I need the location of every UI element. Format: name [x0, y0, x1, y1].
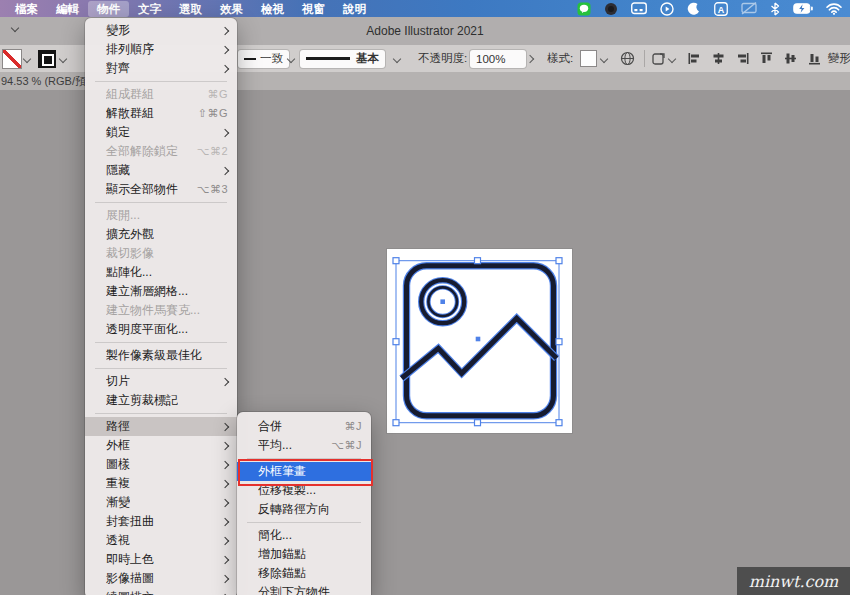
watermark-text: minwt.com — [749, 572, 839, 591]
menu-item[interactable]: 影像描圖 — [85, 569, 237, 588]
moon-icon[interactable] — [687, 1, 701, 16]
menu-item-label: 即時上色 — [106, 551, 154, 568]
menu-item[interactable]: 製作像素級最佳化 — [85, 346, 237, 365]
menu-item[interactable]: 圖樣 — [85, 455, 237, 474]
menu-item[interactable]: 組成群組⌘G — [85, 85, 237, 104]
fill-swatch-chevron[interactable] — [24, 45, 30, 72]
align-center-h-icon[interactable] — [712, 45, 725, 72]
menubar-item[interactable]: 說明 — [334, 1, 375, 17]
menubar-item[interactable]: 檔案 — [6, 1, 47, 17]
menu-item[interactable]: 隱藏 — [85, 161, 237, 180]
menu-item[interactable]: 平均...⌥⌘J — [237, 436, 371, 455]
menu-item[interactable]: 合併⌘J — [237, 417, 371, 436]
submenu-arrow-icon — [221, 422, 229, 430]
menu-item[interactable]: 即時上色 — [85, 550, 237, 569]
menu-item-label: 組成群組 — [106, 86, 154, 103]
menubar-item[interactable]: 文字 — [129, 1, 170, 17]
zoom-and-colormode: 94.53 % (RGB/預 — [0, 75, 86, 87]
menu-item[interactable]: 分割下方物件 — [237, 583, 371, 595]
profile-value: 一致 — [260, 51, 283, 66]
menubar-item[interactable]: 效果 — [211, 1, 252, 17]
menubar-item[interactable]: 選取 — [170, 1, 211, 17]
menu-item[interactable]: 展開... — [85, 206, 237, 225]
menu-item[interactable]: 簡化... — [237, 526, 371, 545]
align-bottom-icon[interactable] — [808, 45, 821, 72]
stroke-swatch[interactable] — [38, 45, 56, 72]
menu-item[interactable]: 路徑 — [85, 417, 237, 436]
fill-swatch[interactable] — [2, 45, 22, 72]
menu-item-label: 漸變 — [106, 494, 130, 511]
submenu-arrow-icon — [221, 26, 229, 34]
profile-chevron[interactable] — [288, 45, 294, 72]
stroke-swatch-chevron[interactable] — [60, 45, 66, 72]
align-middle-v-icon[interactable] — [784, 45, 797, 72]
menu-item[interactable]: 點陣化... — [85, 263, 237, 282]
wifi-icon[interactable] — [826, 1, 842, 16]
input-source-icon[interactable]: A — [714, 1, 728, 16]
bluetooth-icon[interactable] — [770, 1, 780, 16]
align-left-icon[interactable] — [688, 45, 701, 72]
align-top-icon[interactable] — [760, 45, 773, 72]
menu-item[interactable]: 外框 — [85, 436, 237, 455]
recording-dot-icon[interactable] — [604, 1, 618, 16]
brush-chevron[interactable] — [394, 45, 400, 72]
menu-item[interactable]: 變形 — [85, 21, 237, 40]
style-swatch[interactable] — [580, 45, 597, 72]
menu-item-label: 合併 — [258, 418, 282, 435]
menu-item[interactable]: 封套扭曲 — [85, 512, 237, 531]
menu-item[interactable]: 增加錨點 — [237, 545, 371, 564]
menu-item[interactable]: 重複 — [85, 474, 237, 493]
artboard[interactable] — [387, 249, 572, 433]
menu-item[interactable]: 反轉路徑方向 — [237, 500, 371, 519]
menu-item[interactable]: 移除錨點 — [237, 564, 371, 583]
menu-item[interactable]: 透視 — [85, 531, 237, 550]
menubar-item[interactable]: 物件 — [88, 1, 129, 17]
menu-item[interactable]: 透明度平面化... — [85, 320, 237, 339]
width-profile-dropdown[interactable]: 一致 — [238, 45, 289, 72]
menu-item[interactable]: 外框筆畫 — [237, 462, 371, 481]
play-circle-icon[interactable] — [660, 1, 674, 16]
opacity-value: 100% — [476, 53, 505, 65]
opacity-stepper[interactable] — [527, 45, 533, 72]
align-right-icon[interactable] — [736, 45, 749, 72]
menu-item-shortcut: ⌥⌘2 — [197, 145, 228, 158]
document-options-icon[interactable] — [652, 45, 666, 72]
menubar-item[interactable]: 檢視 — [252, 1, 293, 17]
menu-item[interactable]: 建立剪裁標記 — [85, 391, 237, 410]
opacity-field[interactable]: 100% — [470, 45, 526, 72]
menu-item[interactable]: 顯示全部物件⌥⌘3 — [85, 180, 237, 199]
menu-item[interactable]: 建立物件馬賽克... — [85, 301, 237, 320]
menu-item-shortcut: ⌥⌘3 — [197, 183, 228, 196]
screen-capture-icon[interactable] — [631, 1, 647, 16]
menu-item-label: 建立漸層網格... — [106, 283, 188, 300]
line-app-icon[interactable] — [577, 1, 591, 16]
submenu-arrow-icon — [221, 45, 229, 53]
menu-separator — [95, 368, 227, 369]
menu-item[interactable]: 切片 — [85, 372, 237, 391]
submenu-arrow-icon — [221, 377, 229, 385]
battery-charging-icon[interactable] — [793, 1, 813, 16]
display-mirroring-off-icon[interactable] — [741, 1, 757, 16]
menu-item[interactable]: 全部解除鎖定⌥⌘2 — [85, 142, 237, 161]
menubar-item[interactable]: 編輯 — [47, 1, 88, 17]
transform-button[interactable]: 變形 — [828, 45, 850, 72]
menu-item[interactable]: 建立漸層網格... — [85, 282, 237, 301]
style-chevron[interactable] — [601, 45, 607, 72]
brush-dropdown[interactable]: 基本 — [300, 45, 385, 72]
menu-item[interactable]: 擴充外觀 — [85, 225, 237, 244]
menu-item[interactable]: 位移複製... — [237, 481, 371, 500]
menu-item-label: 建立剪裁標記 — [106, 392, 178, 409]
menu-item[interactable]: 裁切影像 — [85, 244, 237, 263]
globe-icon[interactable] — [620, 45, 635, 72]
menubar-item[interactable]: 視窗 — [293, 1, 334, 17]
menu-item[interactable]: 漸變 — [85, 493, 237, 512]
menu-item[interactable]: 排列順序 — [85, 40, 237, 59]
menu-item[interactable]: 鎖定 — [85, 123, 237, 142]
menu-item-label: 圖樣 — [106, 456, 130, 473]
menu-item-shortcut: ⌘J — [345, 420, 363, 433]
menu-item[interactable]: 繞圖排文 — [85, 588, 237, 595]
menu-item[interactable]: 對齊 — [85, 59, 237, 78]
document-options-chevron[interactable] — [669, 45, 675, 72]
image-placeholder-artwork[interactable] — [387, 249, 572, 433]
menu-item[interactable]: 解散群組⇧⌘G — [85, 104, 237, 123]
